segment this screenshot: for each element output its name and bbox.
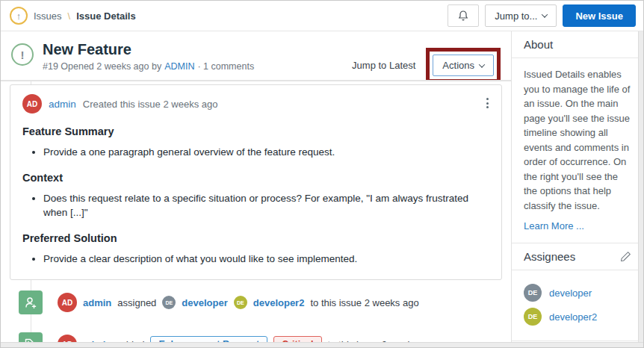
timeline-event-assigned: AD admin assigned DE developer DE develo… — [19, 290, 511, 314]
chevron-down-icon — [542, 11, 548, 17]
avatar: AD — [22, 94, 42, 114]
avatar: DE — [234, 296, 247, 309]
event-verb: assigned — [117, 297, 156, 308]
assignees-section: Assignees DE developer DE developer2 — [512, 243, 643, 341]
issue-open-status-icon: ! — [11, 43, 34, 66]
about-text: Issued Details enables you to manage the… — [524, 67, 631, 213]
event-actor-link[interactable]: admin — [83, 297, 111, 308]
horizontal-scrollbar-gutter[interactable] — [1, 342, 643, 347]
breadcrumb-issues-link[interactable]: Issues — [34, 10, 62, 22]
issue-title: New Feature — [43, 40, 254, 58]
vertical-scrollbar-gutter[interactable] — [638, 31, 643, 347]
comment-section-heading: Context — [22, 172, 489, 184]
avatar: DE — [524, 284, 542, 302]
comment-bullet: Provide a clear description of what you … — [43, 252, 489, 267]
comment-section-heading: Feature Summary — [22, 125, 489, 137]
issue-meta-suffix: · 1 comments — [197, 61, 254, 72]
issue-author-link[interactable]: ADMIN — [164, 61, 194, 72]
learn-more-link[interactable]: Learn More ... — [524, 220, 584, 232]
assignee-link[interactable]: developer — [549, 288, 592, 299]
comment-bullet: Provide a one paragraph general overview… — [43, 145, 489, 160]
topbar-actions: Jump to... New Issue — [448, 4, 636, 27]
event-assignee-link[interactable]: developer2 — [253, 297, 305, 308]
breadcrumb: ↑ Issues \ Issue Details — [10, 7, 136, 25]
jump-to-label: Jump to... — [495, 10, 537, 22]
comment-author-link[interactable]: admin — [49, 99, 76, 110]
issue-meta: #19 Opened 2 weeks ago by ADMIN · 1 comm… — [43, 61, 254, 72]
notifications-button[interactable] — [448, 4, 479, 27]
bell-icon — [457, 10, 469, 22]
jump-to-latest-link[interactable]: Jump to Latest — [352, 60, 415, 71]
comment-card: AD admin Created this issue 2 weeks ago … — [10, 84, 502, 280]
comment-bullet: Does this request relate to a specific s… — [43, 191, 489, 220]
comment-action-text: Created this issue 2 weeks ago — [83, 99, 218, 110]
assignee-link[interactable]: developer2 — [549, 311, 597, 323]
breadcrumb-separator: \ — [68, 10, 71, 22]
about-title: About — [512, 31, 643, 58]
right-sidebar: About Issued Details enables you to mana… — [511, 31, 643, 344]
comment-menu-kebab-icon[interactable] — [484, 96, 491, 111]
comment-section-heading: Preferred Solution — [22, 232, 489, 244]
event-suffix: to this issue 2 weeks ago — [310, 297, 418, 308]
back-arrow-up-icon[interactable]: ↑ — [10, 7, 28, 25]
avatar: DE — [162, 296, 176, 309]
jump-to-button[interactable]: Jump to... — [485, 4, 557, 27]
actions-label: Actions — [442, 60, 474, 71]
assignees-title: Assignees — [524, 250, 575, 263]
event-assignee-link[interactable]: developer — [182, 297, 227, 308]
issue-header: ! New Feature #19 Opened 2 weeks ago by … — [1, 31, 511, 80]
avatar: DE — [524, 308, 542, 326]
assignee-row: DE developer2 — [524, 308, 631, 326]
user-plus-icon — [19, 290, 43, 314]
main-content: ! New Feature #19 Opened 2 weeks ago by … — [1, 31, 511, 344]
top-bar: ↑ Issues \ Issue Details Jump to... New … — [1, 1, 643, 31]
issue-meta-prefix: #19 Opened 2 weeks ago by — [43, 61, 161, 72]
assignee-row: DE developer — [524, 284, 631, 302]
chevron-down-icon — [479, 61, 485, 67]
new-issue-button[interactable]: New Issue — [563, 4, 636, 27]
timeline-region: AD admin Created this issue 2 weeks ago … — [1, 81, 511, 348]
avatar: AD — [58, 293, 77, 312]
edit-assignees-pencil-icon[interactable] — [620, 251, 631, 262]
breadcrumb-current-page: Issue Details — [76, 10, 136, 22]
actions-button[interactable]: Actions — [433, 55, 494, 76]
about-section: About Issued Details enables you to mana… — [512, 31, 643, 243]
annotation-highlight-box: Actions — [426, 48, 501, 83]
app-window: ↑ Issues \ Issue Details Jump to... New … — [0, 0, 644, 348]
